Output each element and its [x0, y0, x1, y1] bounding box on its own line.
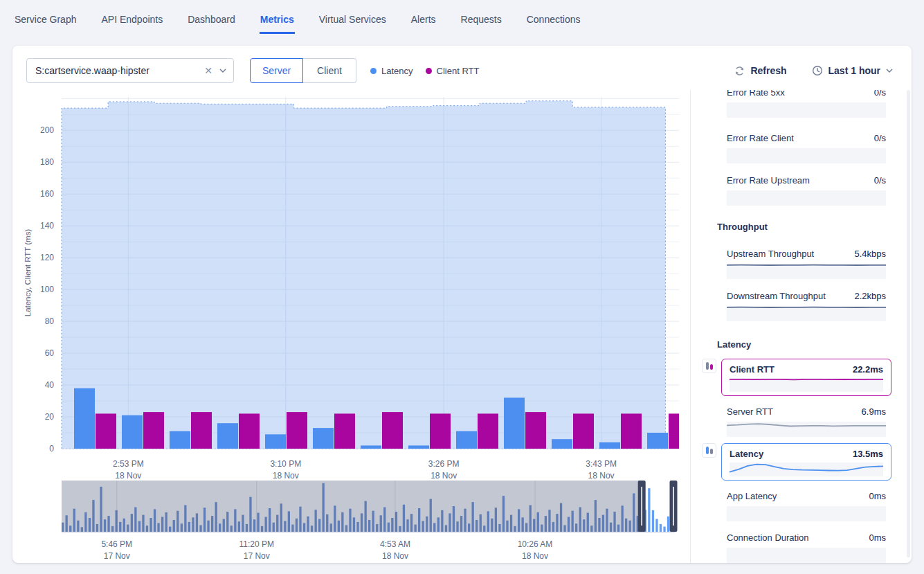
tab-dashboard[interactable]: Dashboard	[187, 10, 236, 34]
svg-text:18 Nov: 18 Nov	[273, 471, 299, 479]
refresh-label: Refresh	[750, 65, 786, 76]
tab-service-graph[interactable]: Service Graph	[14, 10, 77, 34]
svg-text:120: 120	[40, 253, 54, 262]
svg-text:18 Nov: 18 Nov	[522, 551, 548, 561]
client-rtt-bar	[382, 412, 403, 449]
metric-app-latency[interactable]: App Latency0ms	[727, 491, 886, 521]
metric-sparkline	[727, 422, 886, 437]
chart-toggle-icon-client-rtt[interactable]	[702, 359, 716, 373]
metric-error-rate-5xx[interactable]: Error Rate 5xx0/s	[727, 90, 886, 118]
metric-downstream-throughput[interactable]: Downstream Throughput2.2kbps	[727, 291, 886, 321]
metric-sparkline	[727, 548, 886, 563]
svg-text:60: 60	[45, 348, 55, 358]
toolbar: S:cartservice.waap-hipster ✕ Server Clie…	[26, 58, 893, 83]
tab-api-endpoints[interactable]: API Endpoints	[100, 10, 163, 34]
latency-bar	[456, 431, 477, 449]
legend-dot-icon	[370, 68, 377, 74]
latency-bar	[217, 423, 238, 449]
section-header-throughput: Throughput	[717, 222, 876, 232]
latency-bar	[552, 439, 572, 449]
service-filter[interactable]: S:cartservice.waap-hipster ✕	[26, 58, 234, 83]
legend-item-latency[interactable]: Latency	[370, 66, 413, 76]
brush-handle-right[interactable]	[670, 481, 678, 532]
svg-text:2:53 PM: 2:53 PM	[113, 459, 144, 469]
svg-text:3:43 PM: 3:43 PM	[586, 459, 617, 469]
client-rtt-bar	[478, 413, 498, 449]
latency-bar	[122, 415, 143, 449]
clock-icon	[812, 65, 823, 76]
latency-bar	[408, 445, 429, 449]
svg-text:3:10 PM: 3:10 PM	[270, 459, 301, 469]
refresh-button[interactable]: Refresh	[734, 65, 786, 76]
client-rtt-bar	[143, 412, 164, 449]
brush-handle-left[interactable]	[638, 481, 646, 532]
chevron-down-icon	[886, 69, 893, 73]
svg-text:17 Nov: 17 Nov	[244, 551, 270, 561]
mode-client-button[interactable]: Client	[303, 58, 356, 83]
tab-requests[interactable]: Requests	[460, 10, 502, 34]
metric-client-rtt-selected[interactable]: Client RTT22.2ms	[721, 359, 891, 396]
metric-sparkline	[730, 463, 883, 476]
client-rtt-bar	[621, 413, 642, 449]
client-rtt-bar	[669, 413, 679, 449]
section-header-latency: Latency	[717, 339, 876, 350]
tab-metrics[interactable]: Metrics	[260, 10, 295, 34]
timeline-brush[interactable]: 5:46 PM17 Nov11:20 PM17 Nov4:53 AM18 Nov…	[12, 479, 690, 563]
svg-text:0: 0	[49, 444, 54, 454]
tab-connections[interactable]: Connections	[526, 10, 581, 34]
svg-text:180: 180	[40, 157, 54, 167]
latency-bar	[265, 434, 286, 449]
latency-bar	[361, 445, 381, 449]
metric-sparkline	[727, 190, 886, 206]
legend-dot-icon	[426, 68, 432, 74]
latency-bar	[313, 428, 334, 449]
chart-toggle-icon-latency[interactable]	[702, 443, 716, 458]
mode-toggle: Server Client	[250, 58, 356, 83]
svg-text:18 Nov: 18 Nov	[588, 471, 615, 479]
metric-error-rate-upstream[interactable]: Error Rate Upstream0/s	[727, 175, 886, 206]
latency-bar	[74, 388, 95, 449]
metric-upstream-throughput[interactable]: Upstream Throughput5.4kbps	[727, 249, 886, 279]
metric-latency-selected[interactable]: Latency13.5ms	[721, 443, 891, 481]
client-rtt-bar	[96, 413, 116, 449]
client-rtt-bar	[239, 413, 260, 449]
svg-text:17 Nov: 17 Nov	[104, 551, 130, 561]
legend-item-client-rtt[interactable]: Client RTT	[426, 66, 480, 76]
client-rtt-bar	[287, 412, 307, 449]
svg-text:18 Nov: 18 Nov	[431, 471, 457, 479]
metric-error-rate-client[interactable]: Error Rate Client0/s	[727, 133, 886, 163]
metric-server-rtt[interactable]: Server RTT6.9ms	[727, 406, 886, 437]
latency-bar	[504, 397, 525, 449]
svg-text:5:46 PM: 5:46 PM	[101, 539, 132, 549]
clear-filter-icon[interactable]: ✕	[204, 65, 212, 76]
mode-server-button[interactable]: Server	[250, 58, 303, 83]
svg-text:11:20 PM: 11:20 PM	[239, 539, 274, 549]
svg-text:100: 100	[40, 285, 54, 294]
latency-bar	[170, 431, 190, 449]
time-range-selector[interactable]: Last 1 hour	[812, 65, 893, 76]
metric-sparkline	[727, 102, 886, 118]
client-rtt-bar	[334, 413, 355, 449]
svg-text:10:26 AM: 10:26 AM	[518, 539, 553, 549]
svg-text:160: 160	[40, 189, 54, 199]
tab-alerts[interactable]: Alerts	[410, 10, 437, 34]
svg-text:3:26 PM: 3:26 PM	[428, 459, 460, 469]
top-nav: Service GraphAPI EndpointsDashboardMetri…	[0, 0, 924, 42]
time-range-label: Last 1 hour	[828, 65, 880, 76]
service-filter-value: S:cartservice.waap-hipster	[35, 65, 200, 76]
metrics-sidebar: Error Rate 5xx0/sError Rate Client0/sErr…	[691, 90, 906, 563]
metric-connection-duration[interactable]: Connection Duration0ms	[727, 532, 886, 563]
chart-legend: LatencyClient RTT	[370, 66, 479, 76]
svg-text:20: 20	[45, 412, 55, 422]
tab-virtual-services[interactable]: Virtual Services	[318, 10, 387, 34]
svg-text:Latency, Client RTT (ms): Latency, Client RTT (ms)	[24, 229, 32, 317]
svg-text:200: 200	[40, 125, 54, 135]
chevron-down-icon[interactable]	[219, 69, 226, 73]
svg-text:18 Nov: 18 Nov	[382, 551, 408, 561]
client-rtt-bar	[525, 412, 546, 449]
svg-text:4:53 AM: 4:53 AM	[380, 539, 410, 549]
svg-text:80: 80	[45, 316, 55, 326]
latency-client-rtt-chart[interactable]: 0204060801001201401601802002:53 PM18 Nov…	[12, 90, 690, 479]
metrics-panel: S:cartservice.waap-hipster ✕ Server Clie…	[12, 46, 912, 563]
sidebar-scrollbar[interactable]	[907, 90, 910, 557]
